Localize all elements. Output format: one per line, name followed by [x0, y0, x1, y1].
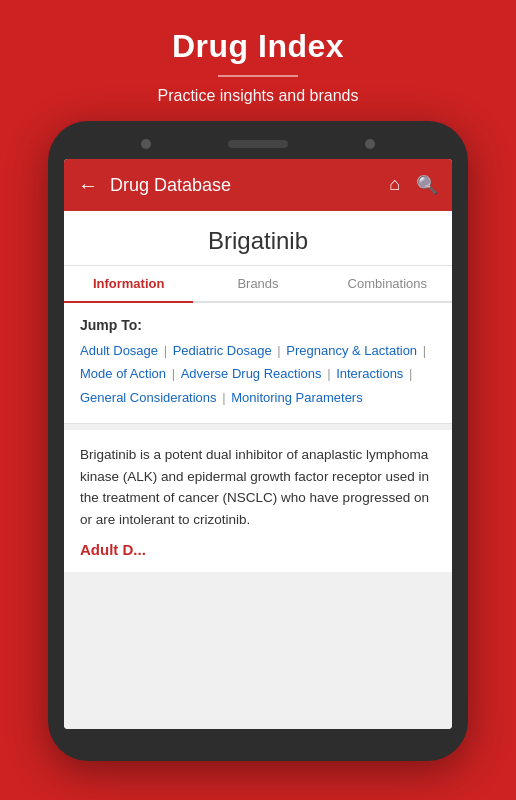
back-icon[interactable]: ← [78, 174, 98, 197]
sep4: | [172, 366, 179, 381]
jump-to-card: Jump To: Adult Dosage | Pediatric Dosage… [64, 303, 452, 424]
adult-dose-heading: Adult D... [80, 541, 436, 558]
description-card: Brigatinib is a potent dual inhibitor of… [64, 430, 452, 571]
tabs-row: Information Brands Combinations [64, 266, 452, 303]
sep5: | [327, 366, 334, 381]
speaker [228, 140, 288, 148]
app-title: Drug Index [20, 28, 496, 65]
tab-combinations[interactable]: Combinations [323, 266, 452, 301]
jump-to-label: Jump To: [80, 317, 436, 333]
link-monitoring[interactable]: Monitoring Parameters [231, 390, 363, 405]
sep2: | [274, 343, 285, 358]
sep6: | [409, 366, 412, 381]
link-pregnancy[interactable]: Pregnancy & Lactation [286, 343, 417, 358]
search-icon[interactable]: 🔍 [416, 174, 438, 196]
link-adult-dosage[interactable]: Adult Dosage [80, 343, 158, 358]
camera-dot-right [365, 139, 375, 149]
drug-name-section: Brigatinib [64, 211, 452, 266]
phone-frame: ← Drug Database ⌂ 🔍 Brigatinib Informati… [48, 121, 468, 761]
sep7: | [222, 390, 229, 405]
link-adverse[interactable]: Adverse Drug Reactions [181, 366, 322, 381]
tab-information[interactable]: Information [64, 266, 193, 301]
app-subtitle: Practice insights and brands [20, 87, 496, 105]
link-interactions[interactable]: Interactions [336, 366, 403, 381]
sep1: | [160, 343, 171, 358]
jump-to-links: Adult Dosage | Pediatric Dosage | Pregna… [80, 339, 436, 409]
phone-screen: ← Drug Database ⌂ 🔍 Brigatinib Informati… [64, 159, 452, 729]
description-text: Brigatinib is a potent dual inhibitor of… [80, 444, 436, 530]
app-bar: ← Drug Database ⌂ 🔍 [64, 159, 452, 211]
drug-name: Brigatinib [74, 227, 442, 255]
camera-dot-left [141, 139, 151, 149]
app-bar-title: Drug Database [110, 175, 389, 196]
link-mode-of-action[interactable]: Mode of Action [80, 366, 166, 381]
tab-brands[interactable]: Brands [193, 266, 322, 301]
content-area: Jump To: Adult Dosage | Pediatric Dosage… [64, 303, 452, 729]
link-pediatric-dosage[interactable]: Pediatric Dosage [173, 343, 272, 358]
phone-top [62, 139, 454, 149]
header-divider [218, 75, 298, 77]
home-icon[interactable]: ⌂ [389, 174, 400, 196]
app-header: Drug Index Practice insights and brands [0, 0, 516, 121]
app-bar-icons: ⌂ 🔍 [389, 174, 438, 196]
sep3: | [423, 343, 426, 358]
link-general[interactable]: General Considerations [80, 390, 217, 405]
